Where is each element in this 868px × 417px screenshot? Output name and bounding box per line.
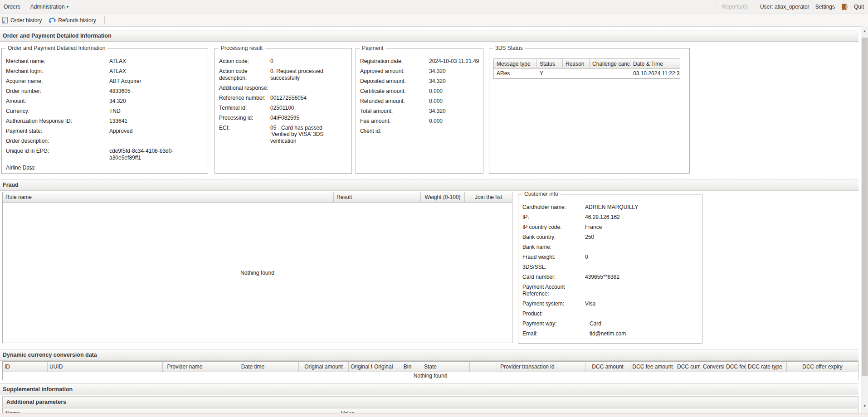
column-header: Weight (0-100) xyxy=(421,192,465,202)
field-row: IP country code: France xyxy=(522,224,698,231)
refund-arrow-icon xyxy=(48,17,56,24)
additional-parameters-title: Additional parameters xyxy=(2,396,858,407)
vertical-scrollbar[interactable]: ▲ ▼ xyxy=(861,26,868,413)
field-value: ADRIEN MARQUILLY xyxy=(585,204,698,211)
field-label: Email: xyxy=(522,330,585,337)
field-value: TND xyxy=(109,108,204,115)
divider xyxy=(754,4,754,10)
order-history-button[interactable]: L Order history xyxy=(2,17,42,24)
field-row: Email: tld@netim.com xyxy=(522,330,698,337)
field-row: Payment state: Approved xyxy=(6,128,204,135)
menu-item-reports[interactable]: Reports(0) xyxy=(722,4,748,10)
field-value: 34.320 xyxy=(429,68,479,75)
scroll-down-icon[interactable]: ▼ xyxy=(861,402,868,409)
field-value xyxy=(585,244,698,251)
order-panel: Order and Payment Detailed Information M… xyxy=(1,48,208,174)
column-header: Date time xyxy=(207,362,299,372)
field-value: France xyxy=(585,224,698,231)
menu-bar: Orders Administration ▾ Reports(0) User:… xyxy=(0,0,868,14)
field-value: 46.29.126.162 xyxy=(585,214,698,221)
field-label: Payment way: xyxy=(522,320,585,327)
fraud-section-title: Fraud xyxy=(0,179,858,191)
tds-status-panel: 3DS Status Message typeStatusReasonChall… xyxy=(489,48,690,174)
column-header: DCC curr xyxy=(675,362,701,372)
tds-status-legend: 3DS Status xyxy=(493,45,525,51)
menu-item-quit[interactable]: Quit xyxy=(854,4,864,10)
fraud-empty-message: Nothing found xyxy=(3,203,512,343)
field-value xyxy=(429,128,479,135)
field-label: Approved amount: xyxy=(360,68,429,75)
field-row: Fee amount: 0.000 xyxy=(360,118,479,125)
field-label: Airline Data: xyxy=(6,165,109,171)
column-header: Result xyxy=(334,192,421,202)
divider xyxy=(104,16,105,24)
field-row: Authorization Response ID: 133641 xyxy=(6,118,204,125)
field-row: IP: 46.29.126.162 xyxy=(522,214,698,221)
column-header: Original amount xyxy=(299,362,349,372)
exit-door-icon[interactable] xyxy=(841,3,848,10)
field-value xyxy=(109,165,204,171)
field-value: cde9f5fd-8c34-4108-b3d0-a30e5ef89ff1 xyxy=(109,148,204,161)
field-label: ECI: xyxy=(219,125,270,145)
field-row: Fraud weight: 0 xyxy=(522,254,698,261)
field-label: Client id: xyxy=(360,128,429,135)
field-label: Action code description: xyxy=(219,68,270,81)
field-row: Merchant login: ATLAX xyxy=(6,68,204,75)
column-header: DCC fee xyxy=(724,362,746,372)
tds-status: Y xyxy=(537,69,563,78)
payment-panel-legend: Payment xyxy=(360,45,385,51)
field-label: Deposited amount: xyxy=(360,78,429,85)
field-row: ECI: 05 - Card has passed ‘Verified by V… xyxy=(219,125,348,145)
menu-item-administration[interactable]: Administration ▾ xyxy=(30,4,69,10)
field-label: Payment system: xyxy=(522,301,585,307)
field-label: Processing id: xyxy=(219,115,270,121)
tds-reason xyxy=(563,69,590,78)
field-row: Registration date: 2024-10-03 11:21:49 xyxy=(360,58,479,65)
field-label: Terminal id: xyxy=(219,105,270,112)
field-label: Card number: xyxy=(522,274,585,281)
field-row: Total amount: 34.320 xyxy=(360,108,479,115)
field-value: 34.320 xyxy=(109,98,204,105)
column-header: Bin xyxy=(393,362,422,372)
field-value xyxy=(585,310,698,317)
column-header: Original c xyxy=(372,362,393,372)
field-row: Action code: 0 xyxy=(219,58,348,65)
column-header: DCC amount xyxy=(585,362,630,372)
field-value: 0 xyxy=(270,58,343,65)
field-label: Fee amount: xyxy=(360,118,429,125)
menu-item-orders[interactable]: Orders xyxy=(4,4,20,10)
scroll-up-icon[interactable]: ▲ xyxy=(861,27,868,34)
chevron-down-icon: ▾ xyxy=(67,5,69,9)
field-label: IP: xyxy=(522,214,585,221)
tds-datetime: 03.10.2024 11:22:32 xyxy=(630,69,680,78)
field-row: Payment way: Card xyxy=(522,320,698,327)
field-label: Order number: xyxy=(6,88,109,95)
field-row: Reference number: 001272556054 xyxy=(219,95,348,102)
field-row: Bank country: 250 xyxy=(522,234,698,241)
dcc-empty-message: Nothing found xyxy=(3,372,858,380)
field-row: Product: xyxy=(522,310,698,317)
column-header: ID xyxy=(3,362,48,372)
field-value: 0.000 xyxy=(429,118,479,125)
field-label: Authorization Response ID: xyxy=(6,118,109,125)
column-header: DCC rate type xyxy=(746,362,787,372)
column-header: DCC offer expiry xyxy=(787,362,858,372)
field-row: Unique id in EPG: cde9f5fd-8c34-4108-b3d… xyxy=(6,148,204,161)
field-label: Registration date: xyxy=(360,58,429,65)
field-value: ATLAX xyxy=(109,58,204,65)
scrollbar-thumb[interactable] xyxy=(862,38,868,376)
field-row: Terminal id: 02501100 xyxy=(219,105,348,112)
field-value: 250 xyxy=(585,234,698,241)
menu-item-settings[interactable]: Settings xyxy=(815,4,835,10)
field-row: Order description: xyxy=(6,138,204,145)
field-value: ABT Acquirer xyxy=(109,78,204,85)
processing-result-panel: Processing result Action code: 0 Action … xyxy=(215,48,352,174)
column-header: Message type xyxy=(494,59,537,68)
field-value: 0 xyxy=(585,254,698,261)
refunds-history-button[interactable]: Refunds history xyxy=(48,17,96,24)
field-value: 0.000 xyxy=(429,88,479,95)
field-value xyxy=(270,85,343,92)
bottom-window-edge xyxy=(0,413,868,417)
field-row: Currency: TND xyxy=(6,108,204,115)
field-value xyxy=(585,264,698,271)
